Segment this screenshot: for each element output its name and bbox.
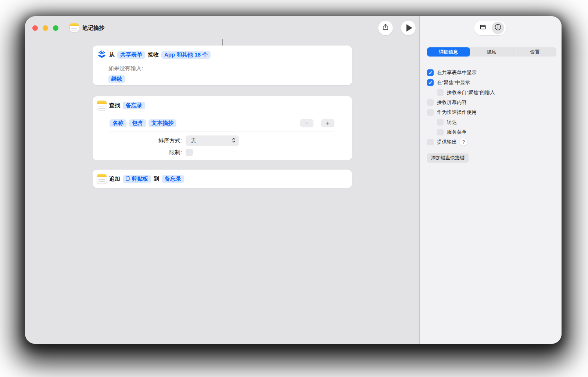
- remove-filter-button[interactable]: −: [300, 119, 313, 127]
- receive-prefix: 从: [109, 51, 115, 58]
- share-sheet-source-pill[interactable]: 共享表单: [117, 51, 145, 59]
- find-verb: 查找: [109, 102, 120, 109]
- filter-operator-pill[interactable]: 包含: [129, 119, 146, 127]
- filter-field-pill[interactable]: 名称: [110, 119, 126, 127]
- option-show-in-spotlight: 在“聚焦”中显示: [427, 77, 556, 87]
- shortcut-title: 笔记摘抄: [82, 25, 104, 32]
- option-receive-from-spotlight: 接收来自“聚焦”的输入: [427, 87, 556, 97]
- help-button[interactable]: ?: [460, 138, 467, 146]
- checkbox[interactable]: [437, 129, 444, 135]
- filter-value-pill[interactable]: 文本摘抄: [148, 119, 176, 127]
- screenshot-stage: 笔记摘抄: [0, 0, 588, 377]
- tab-settings[interactable]: 设置: [513, 47, 556, 57]
- tab-privacy[interactable]: 隐私: [470, 47, 513, 57]
- clipboard-pill[interactable]: 剪贴板: [123, 175, 151, 183]
- shortcuts-editor-window: 笔记摘抄: [25, 16, 562, 344]
- card-divider: [110, 131, 334, 131]
- option-provide-output: 提供输出 ?: [427, 137, 556, 147]
- checkbox[interactable]: [437, 89, 444, 96]
- inspector-mode-switcher: [474, 21, 506, 35]
- action-card-find-notes[interactable]: 查找 备忘录 名称 包含 文本摘抄 − + 排序方式: 无: [93, 96, 352, 160]
- append-target-pill[interactable]: 备忘录: [162, 175, 184, 183]
- checkbox[interactable]: [427, 79, 434, 86]
- action-library-icon: [479, 23, 487, 33]
- receive-verb: 接收: [148, 51, 159, 58]
- checkbox[interactable]: [427, 139, 434, 145]
- checkbox[interactable]: [427, 109, 434, 116]
- minimize-window-button[interactable]: [43, 25, 48, 31]
- notes-app-icon: [70, 23, 79, 32]
- option-show-in-share-sheet: 在共享表单中显示: [427, 68, 556, 77]
- input-types-pill[interactable]: App 和其他 18 个: [161, 51, 211, 59]
- notes-app-icon: [97, 174, 107, 184]
- notes-app-icon: [97, 101, 107, 110]
- add-filter-button[interactable]: +: [321, 119, 334, 127]
- run-shortcut-button[interactable]: [401, 21, 416, 35]
- details-options-list: 在共享表单中显示 在“聚焦”中显示 接收来自“聚焦”的输入 接收屏幕内容 作为快…: [427, 68, 556, 147]
- inspector-sidebar: 详细信息 隐私 设置 在共享表单中显示 在“聚焦”中显示 接收来自“聚焦”的输入: [419, 16, 562, 344]
- info-panel-tab[interactable]: [492, 22, 504, 34]
- option-services-menu: 服务菜单: [427, 127, 556, 137]
- chevron-up-down-icon: [231, 137, 236, 145]
- share-icon: [381, 23, 390, 33]
- action-library-tab[interactable]: [476, 22, 490, 34]
- option-finder: 访达: [427, 117, 556, 127]
- sort-by-dropdown[interactable]: 无: [186, 135, 239, 146]
- checkbox[interactable]: [427, 69, 434, 76]
- close-window-button[interactable]: [32, 25, 38, 31]
- option-receive-screen-content: 接收屏幕内容: [427, 97, 556, 107]
- action-card-append[interactable]: 追加 剪贴板 到 备忘录: [93, 170, 352, 188]
- add-keyboard-shortcut-button[interactable]: 添加键盘快捷键: [427, 153, 469, 162]
- sort-by-label: 排序方式:: [97, 137, 182, 144]
- action-card-receive[interactable]: 从 共享表单 接收 App 和其他 18 个 如果没有输入: 继续: [93, 46, 352, 85]
- inspector-tabbar: 详细信息 隐私 设置: [427, 47, 556, 57]
- limit-checkbox[interactable]: [186, 149, 193, 156]
- sort-by-value: 无: [191, 137, 231, 144]
- share-button[interactable]: [378, 21, 393, 35]
- clipboard-icon: [126, 176, 130, 182]
- limit-label: 限制:: [97, 149, 182, 156]
- checkbox[interactable]: [437, 119, 444, 126]
- share-sheet-input-icon: [97, 50, 107, 59]
- checkbox[interactable]: [427, 99, 434, 106]
- tab-details[interactable]: 详细信息: [427, 47, 470, 57]
- play-icon: [406, 24, 412, 32]
- zoom-window-button[interactable]: [53, 25, 58, 31]
- option-use-as-quick-action: 作为快速操作使用: [427, 107, 556, 117]
- no-input-label: 如果没有输入:: [108, 65, 143, 72]
- find-target-pill[interactable]: 备忘录: [123, 102, 145, 109]
- append-middle: 到: [154, 175, 159, 182]
- insertion-caret: [222, 39, 223, 46]
- append-verb: 追加: [109, 175, 120, 182]
- continue-pill[interactable]: 继续: [108, 75, 125, 83]
- info-icon: [494, 23, 502, 33]
